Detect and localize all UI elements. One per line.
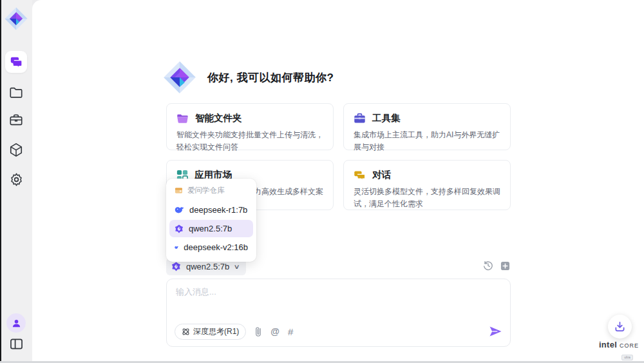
message-input[interactable] bbox=[176, 287, 485, 297]
card-title: 对话 bbox=[372, 169, 391, 181]
download-icon bbox=[614, 321, 625, 332]
conversation-actions bbox=[483, 260, 511, 271]
card-toolset[interactable]: 工具集 集成市场上主流工具，助力AI与外界无缝扩展与对接 bbox=[343, 103, 511, 150]
model-selector-value: qwen2.5:7b bbox=[186, 262, 229, 271]
sidebar-item-toolset[interactable] bbox=[6, 112, 26, 128]
window-left-edge bbox=[0, 0, 1, 363]
model-option-label: deepseek-r1:7b bbox=[189, 205, 247, 215]
chat-bubbles-icon bbox=[10, 56, 23, 68]
send-button[interactable] bbox=[489, 326, 502, 337]
new-chat-plus-icon bbox=[500, 261, 510, 271]
sidebar-item-settings[interactable] bbox=[6, 171, 26, 188]
model-group-label: 爱问学仓库 bbox=[187, 186, 225, 195]
sidebar-item-folders[interactable] bbox=[6, 84, 26, 100]
sidebar-item-chat[interactable] bbox=[5, 51, 27, 73]
core-wordmark: core bbox=[620, 340, 639, 349]
model-option-label: qwen2.5:7b bbox=[189, 224, 232, 233]
deep-think-toggle[interactable]: 深度思考(R1) bbox=[175, 324, 246, 340]
deepseek-icon bbox=[175, 206, 184, 214]
main-panel: 你好, 我可以如何帮助你? 智能文件夹 智能文件夹功能支持批量文件上传与清洗，轻… bbox=[32, 0, 644, 361]
page-title: 你好, 我可以如何帮助你? bbox=[207, 70, 334, 85]
mention-button[interactable]: @ bbox=[270, 326, 279, 337]
panel-layout-icon bbox=[10, 338, 23, 350]
intel-sub-badge: ultra bbox=[621, 355, 633, 360]
composer-toolbar: 深度思考(R1) @ # bbox=[175, 323, 502, 340]
card-description: 集成市场上主流工具，助力AI与外界无缝扩展与对接 bbox=[354, 129, 500, 153]
new-chat-button[interactable] bbox=[500, 261, 510, 271]
model-option-label: deepseek-v2:16b bbox=[184, 242, 248, 252]
card-smart-folder[interactable]: 智能文件夹 智能文件夹功能支持批量文件上传与清洗，轻松实现文件问答 bbox=[166, 103, 334, 150]
model-dropdown: 爱问学仓库 deepseek-r1:7b qwen2.5:7b deepseek… bbox=[166, 179, 256, 262]
deep-think-label: 深度思考(R1) bbox=[193, 326, 239, 337]
model-option-deepseek-v2[interactable]: deepseek-v2:16b bbox=[169, 239, 253, 256]
sidebar-item-collapse[interactable] bbox=[6, 336, 26, 351]
history-clock-icon bbox=[483, 260, 493, 271]
gem-logo-icon bbox=[3, 6, 29, 32]
gear-icon bbox=[9, 172, 24, 187]
card-title: 工具集 bbox=[372, 112, 401, 124]
attach-file-button[interactable] bbox=[254, 326, 262, 337]
qwen-icon bbox=[171, 262, 181, 271]
cube-icon bbox=[9, 142, 23, 157]
app-logo bbox=[3, 5, 30, 32]
history-button[interactable] bbox=[483, 260, 493, 271]
briefcase-icon bbox=[9, 113, 23, 126]
folder-icon bbox=[9, 86, 23, 99]
dialog-icon bbox=[354, 170, 366, 181]
intel-wordmark: intel bbox=[599, 340, 617, 349]
gem-logo-icon bbox=[162, 60, 197, 95]
sidebar bbox=[0, 0, 32, 361]
deepseek-icon bbox=[175, 244, 178, 251]
model-option-qwen[interactable]: qwen2.5:7b bbox=[169, 220, 253, 237]
toolset-icon bbox=[354, 113, 366, 124]
card-description: 智能文件夹功能支持批量文件上传与清洗，轻松实现文件问答 bbox=[176, 129, 323, 153]
card-title: 智能文件夹 bbox=[195, 112, 242, 124]
card-dialog[interactable]: 对话 灵活切换多模型文件，支持多样回复效果调试，满足个性化需求 bbox=[343, 160, 511, 210]
greeting: 你好, 我可以如何帮助你? bbox=[162, 60, 334, 95]
sidebar-item-profile[interactable] bbox=[6, 313, 26, 333]
card-description: 灵活切换多模型文件，支持多样回复效果调试，满足个性化需求 bbox=[354, 186, 500, 210]
send-icon bbox=[489, 326, 502, 337]
prompt-library-button[interactable]: # bbox=[288, 326, 293, 337]
chevron-down-icon: ∨ bbox=[234, 263, 240, 270]
download-button[interactable] bbox=[608, 315, 632, 338]
model-group-header: 爱问学仓库 bbox=[169, 183, 253, 200]
model-option-deepseek-r1[interactable]: deepseek-r1:7b bbox=[169, 201, 253, 219]
qwen-icon bbox=[175, 224, 184, 233]
sidebar-item-models[interactable] bbox=[6, 141, 26, 158]
repository-icon bbox=[175, 187, 183, 194]
smart-folder-icon bbox=[176, 113, 189, 124]
message-composer: 深度思考(R1) @ # bbox=[166, 279, 511, 347]
atom-icon bbox=[182, 328, 190, 336]
person-icon bbox=[12, 319, 21, 328]
paperclip-icon bbox=[254, 326, 262, 337]
intel-core-badge: intel core ultra bbox=[598, 340, 640, 361]
